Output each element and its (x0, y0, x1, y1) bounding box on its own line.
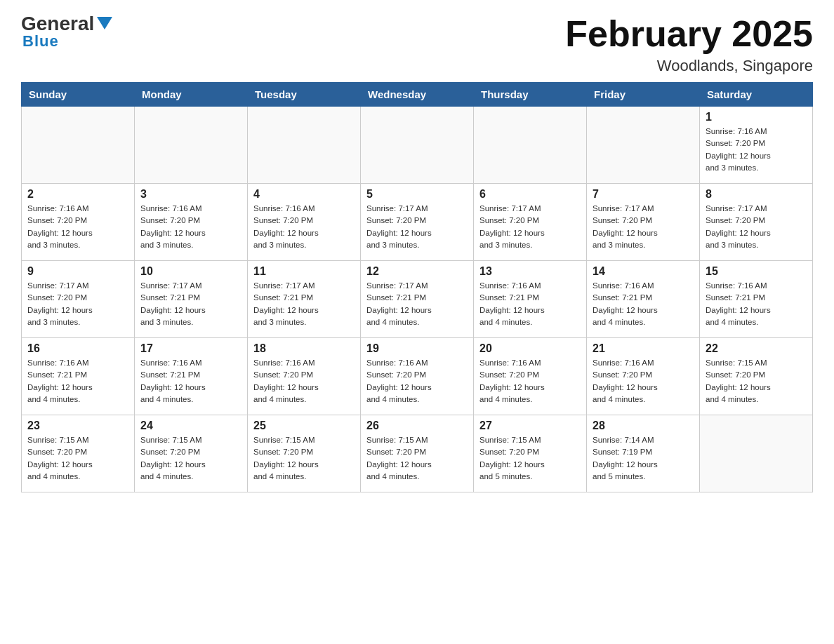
day-info: Sunrise: 7:17 AM Sunset: 7:20 PM Dayligh… (366, 203, 468, 251)
calendar-day-cell: 25Sunrise: 7:15 AM Sunset: 7:20 PM Dayli… (248, 415, 361, 492)
day-number: 10 (140, 265, 241, 278)
day-number: 25 (253, 420, 355, 432)
day-of-week-header: Monday (135, 83, 248, 107)
calendar-day-cell (474, 107, 587, 184)
day-info: Sunrise: 7:15 AM Sunset: 7:20 PM Dayligh… (366, 434, 468, 483)
day-number: 5 (366, 188, 468, 201)
day-number: 19 (366, 342, 468, 355)
calendar-day-cell: 5Sunrise: 7:17 AM Sunset: 7:20 PM Daylig… (361, 184, 474, 261)
calendar-day-cell: 27Sunrise: 7:15 AM Sunset: 7:20 PM Dayli… (474, 415, 587, 492)
calendar-week-row: 9Sunrise: 7:17 AM Sunset: 7:20 PM Daylig… (22, 261, 813, 338)
day-number: 17 (140, 342, 241, 355)
calendar-day-cell: 15Sunrise: 7:16 AM Sunset: 7:21 PM Dayli… (700, 261, 813, 338)
calendar-day-cell: 9Sunrise: 7:17 AM Sunset: 7:20 PM Daylig… (22, 261, 135, 338)
calendar-day-cell: 28Sunrise: 7:14 AM Sunset: 7:19 PM Dayli… (587, 415, 700, 492)
calendar-day-cell: 17Sunrise: 7:16 AM Sunset: 7:21 PM Dayli… (135, 338, 248, 415)
logo-arrow-icon (97, 17, 112, 29)
calendar-day-cell: 23Sunrise: 7:15 AM Sunset: 7:20 PM Dayli… (22, 415, 135, 492)
day-number: 1 (706, 111, 807, 123)
calendar-header-row: SundayMondayTuesdayWednesdayThursdayFrid… (22, 83, 813, 107)
day-number: 23 (27, 420, 128, 432)
day-number: 4 (253, 188, 355, 201)
day-info: Sunrise: 7:17 AM Sunset: 7:20 PM Dayligh… (479, 203, 581, 251)
calendar-title: February 2025 (565, 14, 813, 54)
calendar-week-row: 1Sunrise: 7:16 AM Sunset: 7:20 PM Daylig… (22, 107, 813, 184)
calendar-day-cell: 12Sunrise: 7:17 AM Sunset: 7:21 PM Dayli… (361, 261, 474, 338)
calendar-day-cell: 1Sunrise: 7:16 AM Sunset: 7:20 PM Daylig… (700, 107, 813, 184)
day-info: Sunrise: 7:16 AM Sunset: 7:20 PM Dayligh… (479, 357, 581, 405)
day-info: Sunrise: 7:17 AM Sunset: 7:21 PM Dayligh… (366, 280, 468, 328)
calendar-day-cell (587, 107, 700, 184)
day-info: Sunrise: 7:16 AM Sunset: 7:21 PM Dayligh… (706, 280, 807, 328)
logo-blue: Blue (22, 32, 59, 50)
calendar-day-cell: 7Sunrise: 7:17 AM Sunset: 7:20 PM Daylig… (587, 184, 700, 261)
calendar-day-cell: 20Sunrise: 7:16 AM Sunset: 7:20 PM Dayli… (474, 338, 587, 415)
day-number: 6 (479, 188, 581, 201)
calendar-week-row: 2Sunrise: 7:16 AM Sunset: 7:20 PM Daylig… (22, 184, 813, 261)
logo-general: General (21, 14, 94, 34)
calendar-week-row: 16Sunrise: 7:16 AM Sunset: 7:21 PM Dayli… (22, 338, 813, 415)
calendar-table: SundayMondayTuesdayWednesdayThursdayFrid… (21, 82, 813, 492)
day-info: Sunrise: 7:15 AM Sunset: 7:20 PM Dayligh… (253, 434, 355, 483)
day-number: 2 (27, 188, 128, 201)
day-number: 28 (593, 420, 694, 432)
day-number: 16 (27, 342, 128, 355)
day-info: Sunrise: 7:15 AM Sunset: 7:20 PM Dayligh… (27, 434, 128, 483)
calendar-day-cell: 22Sunrise: 7:15 AM Sunset: 7:20 PM Dayli… (700, 338, 813, 415)
calendar-day-cell: 18Sunrise: 7:16 AM Sunset: 7:20 PM Dayli… (248, 338, 361, 415)
day-of-week-header: Tuesday (248, 83, 361, 107)
day-number: 15 (706, 265, 807, 278)
day-number: 12 (366, 265, 468, 278)
day-info: Sunrise: 7:16 AM Sunset: 7:20 PM Dayligh… (253, 357, 355, 405)
calendar-day-cell: 16Sunrise: 7:16 AM Sunset: 7:21 PM Dayli… (22, 338, 135, 415)
calendar-day-cell: 3Sunrise: 7:16 AM Sunset: 7:20 PM Daylig… (135, 184, 248, 261)
calendar-day-cell (22, 107, 135, 184)
day-number: 22 (706, 342, 807, 355)
title-block: February 2025 Woodlands, Singapore (565, 14, 813, 75)
calendar-day-cell: 8Sunrise: 7:17 AM Sunset: 7:20 PM Daylig… (700, 184, 813, 261)
svg-marker-0 (97, 17, 112, 29)
day-number: 14 (593, 265, 694, 278)
day-info: Sunrise: 7:17 AM Sunset: 7:20 PM Dayligh… (706, 203, 807, 251)
day-info: Sunrise: 7:16 AM Sunset: 7:20 PM Dayligh… (27, 203, 128, 251)
calendar-day-cell: 11Sunrise: 7:17 AM Sunset: 7:21 PM Dayli… (248, 261, 361, 338)
day-info: Sunrise: 7:16 AM Sunset: 7:21 PM Dayligh… (593, 280, 694, 328)
calendar-day-cell: 21Sunrise: 7:16 AM Sunset: 7:20 PM Dayli… (587, 338, 700, 415)
day-of-week-header: Saturday (700, 83, 813, 107)
calendar-day-cell: 13Sunrise: 7:16 AM Sunset: 7:21 PM Dayli… (474, 261, 587, 338)
logo: General Blue (21, 14, 112, 51)
calendar-day-cell (135, 107, 248, 184)
calendar-day-cell (248, 107, 361, 184)
day-of-week-header: Thursday (474, 83, 587, 107)
day-number: 18 (253, 342, 355, 355)
day-info: Sunrise: 7:15 AM Sunset: 7:20 PM Dayligh… (140, 434, 241, 483)
day-of-week-header: Wednesday (361, 83, 474, 107)
day-info: Sunrise: 7:16 AM Sunset: 7:20 PM Dayligh… (366, 357, 468, 405)
day-of-week-header: Sunday (22, 83, 135, 107)
day-info: Sunrise: 7:16 AM Sunset: 7:20 PM Dayligh… (140, 203, 241, 251)
calendar-day-cell (700, 415, 813, 492)
day-number: 8 (706, 188, 807, 201)
calendar-week-row: 23Sunrise: 7:15 AM Sunset: 7:20 PM Dayli… (22, 415, 813, 492)
day-info: Sunrise: 7:17 AM Sunset: 7:21 PM Dayligh… (140, 280, 241, 328)
calendar-day-cell: 4Sunrise: 7:16 AM Sunset: 7:20 PM Daylig… (248, 184, 361, 261)
day-info: Sunrise: 7:16 AM Sunset: 7:20 PM Dayligh… (253, 203, 355, 251)
day-number: 27 (479, 420, 581, 432)
calendar-day-cell: 24Sunrise: 7:15 AM Sunset: 7:20 PM Dayli… (135, 415, 248, 492)
day-info: Sunrise: 7:17 AM Sunset: 7:20 PM Dayligh… (27, 280, 128, 328)
day-number: 9 (27, 265, 128, 278)
day-info: Sunrise: 7:16 AM Sunset: 7:21 PM Dayligh… (140, 357, 241, 405)
day-number: 13 (479, 265, 581, 278)
day-number: 11 (253, 265, 355, 278)
day-info: Sunrise: 7:16 AM Sunset: 7:21 PM Dayligh… (27, 357, 128, 405)
calendar-day-cell: 26Sunrise: 7:15 AM Sunset: 7:20 PM Dayli… (361, 415, 474, 492)
day-number: 20 (479, 342, 581, 355)
day-number: 24 (140, 420, 241, 432)
calendar-day-cell: 2Sunrise: 7:16 AM Sunset: 7:20 PM Daylig… (22, 184, 135, 261)
day-info: Sunrise: 7:16 AM Sunset: 7:21 PM Dayligh… (479, 280, 581, 328)
page-header: General Blue February 2025 Woodlands, Si… (21, 14, 813, 75)
calendar-day-cell: 6Sunrise: 7:17 AM Sunset: 7:20 PM Daylig… (474, 184, 587, 261)
day-info: Sunrise: 7:15 AM Sunset: 7:20 PM Dayligh… (479, 434, 581, 483)
day-number: 26 (366, 420, 468, 432)
calendar-day-cell (361, 107, 474, 184)
